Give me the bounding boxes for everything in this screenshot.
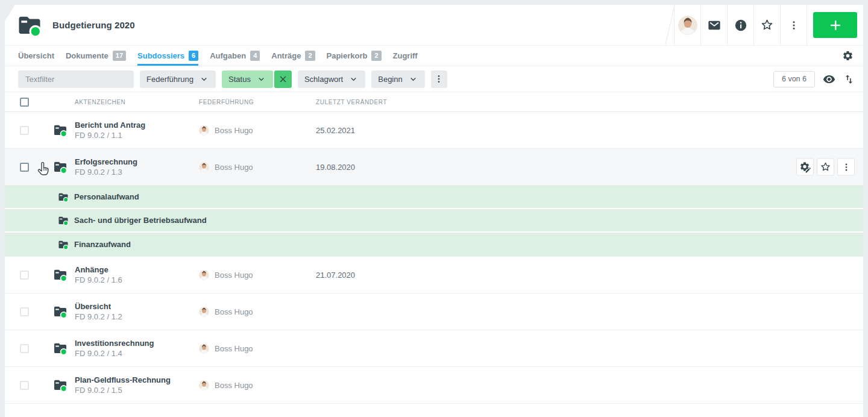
filter-label: Beginn	[378, 75, 402, 84]
row-reference: FD 9.0.2 / 1.3	[75, 168, 199, 177]
text-filter-input[interactable]	[18, 71, 134, 88]
row-title: Anhänge	[75, 265, 199, 274]
avatar	[199, 270, 209, 280]
gear-icon	[842, 50, 854, 61]
tab-papierkorb[interactable]: Papierkorb2	[327, 46, 382, 66]
filter-label: Schlagwort	[304, 75, 343, 84]
tab-uebersicht[interactable]: Übersicht	[18, 46, 54, 66]
avatar	[199, 380, 209, 390]
tab-badge: 6	[189, 51, 198, 61]
expanded-subrow[interactable]: Finanzaufwand	[5, 233, 863, 257]
filter-beginn[interactable]: Beginn	[371, 71, 424, 88]
row-checkbox[interactable]	[20, 381, 29, 390]
tab-antraege[interactable]: Anträge2	[271, 46, 315, 66]
subrow-title: Finanzaufwand	[74, 240, 131, 249]
add-button[interactable]	[813, 12, 857, 38]
table-header: AKTENZEICHEN FEDERFÜHRUNG ZULETZT VERÄND…	[5, 92, 863, 112]
table-row[interactable]: Übersicht FD 9.0.2 / 1.2 Boss Hugo	[5, 293, 863, 330]
select-all-checkbox[interactable]	[20, 98, 29, 107]
row-reference: FD 9.0.2 / 1.4	[75, 349, 199, 358]
more-filters-button[interactable]	[431, 71, 447, 88]
tab-badge: 2	[371, 51, 381, 61]
expanded-subrow[interactable]: Personalaufwand	[5, 186, 863, 209]
tab-bar: Übersicht Dokumente17 Subdossiers6 Aufga…	[5, 46, 863, 66]
visibility-button[interactable]	[823, 73, 835, 86]
subdossier-folder-icon	[53, 268, 68, 282]
chevron-down-icon	[348, 74, 359, 84]
list-settings-button[interactable]	[842, 50, 854, 61]
subdossier-folder-icon	[58, 239, 69, 250]
row-title: Investitionsrechnung	[75, 339, 199, 348]
filter-bar: Federführung Status Schlagwort Beginn 6 …	[5, 66, 863, 92]
more-actions-button[interactable]	[780, 5, 807, 45]
subdossier-folder-icon	[58, 215, 69, 226]
filter-federfuehrung[interactable]: Federführung	[140, 71, 216, 88]
user-avatar-button[interactable]	[674, 5, 700, 45]
row-title: Plan-Geldfluss-Rechnung	[75, 375, 199, 384]
tab-label: Übersicht	[18, 51, 54, 60]
tab-label: Dokumente	[66, 51, 108, 60]
chevron-down-icon	[199, 74, 209, 84]
row-lead: Boss Hugo	[215, 271, 253, 280]
header-actions	[670, 5, 863, 45]
row-modified: 19.08.2020	[316, 163, 863, 172]
filter-status-clear-button[interactable]	[274, 71, 292, 88]
edit-gear-icon	[799, 161, 811, 173]
sort-button[interactable]	[843, 74, 855, 85]
column-federfuehrung: FEDERFÜHRUNG	[199, 99, 316, 105]
user-avatar	[678, 16, 697, 35]
row-checkbox[interactable]	[20, 126, 29, 135]
row-modified: 25.02.2021	[316, 126, 863, 135]
expanded-subrow[interactable]: Sach- und übriger Betriebsaufwand	[5, 209, 863, 233]
avatar	[199, 162, 209, 172]
row-lead: Boss Hugo	[215, 344, 253, 353]
mouse-cursor	[36, 161, 50, 178]
info-button[interactable]	[727, 5, 753, 45]
row-title: Übersicht	[75, 302, 199, 311]
row-checkbox[interactable]	[20, 344, 29, 353]
info-icon	[734, 19, 747, 32]
tab-aufgaben[interactable]: Aufgaben4	[210, 46, 260, 66]
edit-metadata-button[interactable]	[796, 158, 814, 176]
table-row[interactable]: Bericht und Antrag FD 9.0.2 / 1.1 Boss H…	[5, 112, 863, 149]
row-title: Bericht und Antrag	[75, 121, 199, 130]
tab-label: Zugriff	[393, 51, 418, 60]
row-checkbox[interactable]	[20, 271, 29, 280]
tab-dokumente[interactable]: Dokumente17	[66, 46, 126, 66]
kebab-menu-icon	[841, 162, 851, 172]
favorite-row-button[interactable]	[817, 158, 834, 176]
row-reference: FD 9.0.2 / 1.5	[75, 386, 199, 395]
row-checkbox[interactable]	[20, 163, 29, 172]
table-row[interactable]: Investitionsrechnung FD 9.0.2 / 1.4 Boss…	[5, 330, 863, 367]
chevron-down-icon	[256, 74, 266, 84]
tab-badge: 17	[113, 51, 126, 61]
page-title: Budgetierung 2020	[52, 20, 135, 30]
subdossier-folder-icon	[58, 192, 69, 202]
dossier-folder-icon	[17, 13, 42, 38]
add-zone	[807, 5, 863, 45]
column-zuletzt-veraendert: ZULETZT VERÄNDERT	[316, 99, 863, 105]
column-aktenzeichen: AKTENZEICHEN	[75, 99, 199, 105]
table-row[interactable]: Erfolgsrechnung FD 9.0.2 / 1.3 Boss Hugo…	[5, 149, 863, 186]
result-count: 6 von 6	[773, 71, 815, 87]
tab-subdossiers[interactable]: Subdossiers6	[137, 46, 198, 66]
tab-label: Subdossiers	[137, 51, 184, 60]
table-row[interactable]: Plan-Geldfluss-Rechnung FD 9.0.2 / 1.5 B…	[5, 367, 863, 404]
subrow-title: Sach- und übriger Betriebsaufwand	[74, 216, 207, 225]
tab-zugriff[interactable]: Zugriff	[393, 46, 418, 66]
row-checkbox[interactable]	[20, 307, 29, 316]
tab-label: Aufgaben	[210, 51, 246, 60]
favorite-button[interactable]	[753, 5, 780, 45]
filter-status-group: Status	[222, 71, 292, 88]
tab-badge: 2	[305, 51, 315, 61]
filter-status[interactable]: Status	[222, 71, 273, 88]
mail-button[interactable]	[700, 5, 727, 45]
filter-schlagwort[interactable]: Schlagwort	[298, 71, 365, 88]
content-panel: Budgetierung 2020	[5, 5, 863, 417]
mail-icon	[708, 19, 721, 32]
filter-label: Federführung	[146, 75, 193, 84]
star-icon	[760, 18, 774, 32]
row-reference: FD 9.0.2 / 1.2	[75, 312, 199, 321]
table-row[interactable]: Anhänge FD 9.0.2 / 1.6 Boss Hugo 21.07.2…	[5, 257, 863, 293]
row-more-button[interactable]	[837, 158, 855, 176]
